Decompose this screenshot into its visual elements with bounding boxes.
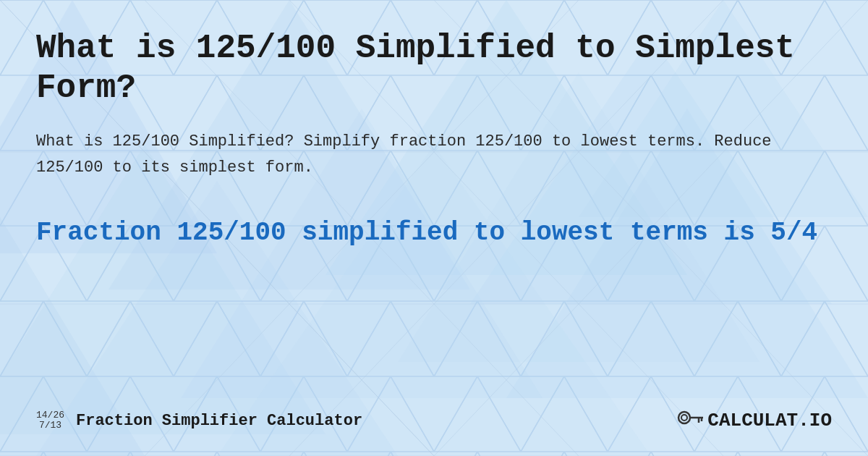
result-section: Fraction 125/100 simplified to lowest te… [36, 216, 832, 250]
footer: 14/26 7/13 Fraction Simplifier Calculato… [36, 407, 832, 434]
result-title: Fraction 125/100 simplified to lowest te… [36, 216, 832, 250]
description-text: What is 125/100 Simplified? Simplify fra… [36, 129, 832, 180]
main-content: What is 125/100 Simplified to Simplest F… [0, 0, 868, 456]
logo-text: CALCULAT.IO [707, 410, 832, 431]
svg-point-29 [678, 412, 690, 423]
footer-label: Fraction Simplifier Calculator [76, 412, 362, 430]
logo-icon [677, 407, 703, 434]
svg-point-30 [681, 415, 687, 421]
footer-fraction: 14/26 7/13 [36, 410, 64, 431]
page-title: What is 125/100 Simplified to Simplest F… [36, 29, 832, 109]
fraction-bottom: 7/13 [39, 421, 61, 431]
fraction-top: 14/26 [36, 410, 64, 421]
footer-logo: CALCULAT.IO [677, 407, 832, 434]
